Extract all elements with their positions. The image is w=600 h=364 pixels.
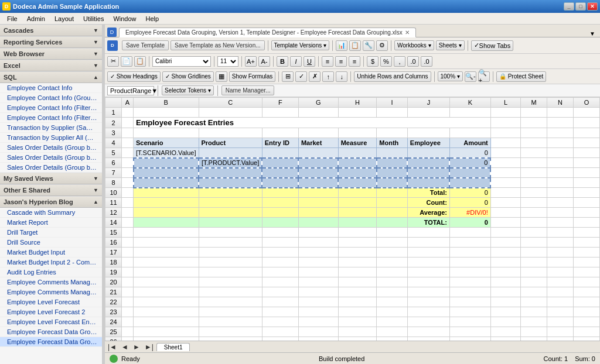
align-left[interactable]: ≡ [322,56,333,67]
menu-admin[interactable]: Admin [22,14,50,23]
horizontal-scrollbar[interactable] [191,344,599,351]
menu-layout[interactable]: Layout [50,14,79,23]
show-gridlines-checkbox[interactable]: ✓ Show Gridlines [162,71,214,82]
sidebar-section-reporting[interactable]: Reporting Services▼ [0,36,102,48]
col-header-k[interactable]: K [449,98,490,108]
show-tabs-checkbox[interactable]: ✓ Show Tabs [471,40,514,51]
align-center[interactable]: ≡ [335,56,347,67]
cell-market-header[interactable]: Market [298,138,338,148]
sidebar-section-web[interactable]: Web Browser▼ [0,48,102,60]
sidebar-section-other-users[interactable]: Other E Shared▼ [0,184,102,196]
menu-utilities[interactable]: Utilities [79,14,108,23]
italic-button[interactable]: I [290,56,302,67]
sidebar-item-market-report[interactable]: Market Report [0,218,102,228]
unhide-btn[interactable]: Unhide Rows and Columns [354,71,431,82]
cut-button[interactable]: ✂ [107,56,119,67]
sidebar-item-cascade-summary[interactable]: Cascade with Summary [0,208,102,218]
cell-product-header[interactable]: Product [199,138,262,148]
tab-close-icon[interactable]: ✕ [405,29,410,36]
cell-amount-header[interactable]: Amount [449,138,490,148]
sidebar-item-emp-comments-mgmt2[interactable]: Employee Comments Management [0,287,102,297]
cell-grandtotal-value[interactable]: 0 [449,218,490,228]
sidebar-section-jasons-blog[interactable]: Jason's Hyperion Blog▲ [0,196,102,208]
sidebar-section-my-saved[interactable]: My Saved Views▼ [0,173,102,184]
col-header-l[interactable]: L [490,98,520,108]
sidebar-section-cascades[interactable]: Cascades▼ [0,25,102,36]
sidebar-item-employee-contact-filtered1[interactable]: Employee Contact Info (Filtered by... [0,103,102,113]
sheet-content[interactable]: A B C F G H I J K L M N [105,97,600,341]
sheet-nav-last[interactable]: ►| [143,343,155,351]
protect-sheet-btn[interactable]: 🔒 Protect Sheet [496,71,546,82]
cell-entryid-header[interactable]: Entry ID [262,138,298,148]
icon-btn4[interactable]: ⚙ [376,40,388,51]
sidebar-item-market-budget2[interactable]: Market Budget Input 2 - Comments [0,257,102,267]
minimize-button[interactable]: _ [564,2,574,11]
col-header-n[interactable]: N [547,98,574,108]
show-gridlines-icon[interactable]: ▦ [216,71,227,82]
show-formulas-checkbox[interactable]: Show Formulas [229,71,275,82]
decimal-dec-btn[interactable]: .0 [421,56,432,67]
cell-scenario-value[interactable]: [T.SCENARIO.Value] [134,148,199,158]
cell-row6-amount[interactable]: 0 [449,158,490,168]
col-header-i[interactable]: I [377,98,407,108]
sidebar-item-sales-order3[interactable]: Sales Order Details (Group by Prod... [0,163,102,173]
cell-total-label[interactable]: Total: [407,188,449,198]
paste-button[interactable]: 📋 [134,56,146,67]
maximize-button[interactable]: □ [575,2,586,11]
sidebar-item-market-budget[interactable]: Market Budget Input [0,248,102,257]
cell-count-value[interactable]: 0 [449,198,490,208]
col-header-o[interactable]: O [574,98,600,108]
col-header-h[interactable]: H [338,98,377,108]
cell-title[interactable]: Employee Forecast Entries [134,118,491,128]
zoom-in-btn[interactable]: 🔍+ [478,71,490,82]
sidebar-item-emp-comments-mgmt1[interactable]: Employee Comments Management... [0,277,102,287]
col-header-f[interactable]: F [262,98,298,108]
col-header-g[interactable]: G [298,98,338,108]
format-icon3[interactable]: ✗ [309,71,321,82]
bold-button[interactable]: B [277,56,288,67]
cell-count-label[interactable]: Count: [407,198,449,208]
sidebar-item-transaction-supplier-sample[interactable]: Transaction by Supplier (Sample Ba... [0,123,102,133]
cell-row5-amount[interactable]: 0 [449,148,490,158]
sheets-dropdown[interactable]: Sheets ▾ [436,40,465,50]
zoom-out-btn[interactable]: 🔍- [465,71,476,82]
sidebar-item-emp-level-forecast2[interactable]: Employee Level Forecast 2 [0,307,102,317]
sidebar-item-emp-forecast-grouping[interactable]: Employee Forecast Data Grouping [0,327,102,337]
underline-button[interactable]: U [304,56,315,67]
col-header-b[interactable]: B [134,98,199,108]
col-header-j[interactable]: J [407,98,449,108]
menu-file[interactable]: File [2,14,22,23]
col-header-c[interactable]: C [199,98,262,108]
cell-scenario-header[interactable]: Scenario [134,138,199,148]
icon-btn3[interactable]: 🔧 [363,40,374,51]
cell-month-header[interactable]: Month [377,138,407,148]
align-right[interactable]: ≡ [349,56,360,67]
font-selector[interactable]: Calibri [152,56,211,67]
cell-product-value[interactable]: [T.PRODUCT.Value] [199,158,262,168]
selector-tokens-dropdown[interactable]: Selector Tokens ▾ [162,85,214,95]
sidebar-item-audit-log[interactable]: Audit Log Entries [0,267,102,277]
cell-total-value[interactable]: 0 [449,188,490,198]
format-icon1[interactable]: ⊞ [282,71,294,82]
sidebar-item-employee-contact-grouped[interactable]: Employee Contact Info (Grouped by... [0,93,102,103]
cell-employee-header[interactable]: Employee [407,138,449,148]
sheet-nav-next[interactable]: ► [131,343,142,351]
currency-btn[interactable]: $ [367,56,379,67]
col-header-a[interactable]: A [122,98,134,108]
save-template-button[interactable]: Save Template [122,40,169,50]
decimal-inc-btn[interactable]: .0 [407,56,419,67]
percent-btn[interactable]: % [380,56,392,67]
sheet-nav-first[interactable]: |◄ [106,343,118,351]
sidebar-section-excel[interactable]: Excel▼ [0,60,102,71]
sheet-nav-prev[interactable]: ◄ [120,343,130,351]
name-manager-button[interactable]: Name Manager... [221,85,275,95]
col-header-m[interactable]: M [521,98,547,108]
sidebar-item-emp-level-forecast-entries[interactable]: Employee Level Forecast Entries [0,317,102,327]
name-box[interactable]: ProductRange ▼ [107,86,154,95]
cell-measure-header[interactable]: Measure [338,138,377,148]
zoom-dropdown[interactable]: 100% ▾ [438,71,463,81]
format-icon5[interactable]: ↓ [336,71,347,82]
font-size-selector[interactable]: 11 [217,56,238,67]
workbooks-dropdown[interactable]: Workbooks ▾ [394,40,434,50]
sidebar-item-sales-order1[interactable]: Sales Order Details (Group by Prod... [0,143,102,153]
